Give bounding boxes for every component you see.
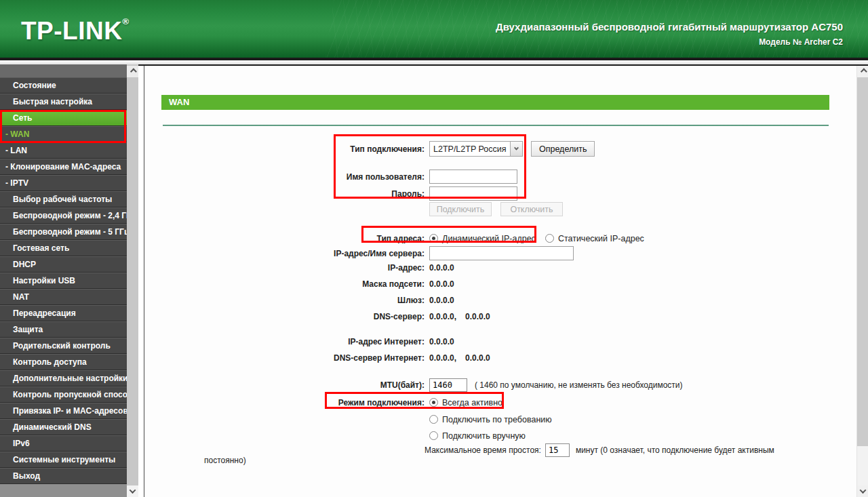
sidebar-item-logout[interactable]: Выход [0, 468, 127, 484]
title-divider [163, 125, 829, 126]
connect-button[interactable]: Подключить [429, 202, 492, 216]
internet-ip-label: IP-адрес Интернет: [144, 337, 425, 346]
sidebar-item-wireless-24ghz[interactable]: Беспроводной режим - 2,4 ГГц [0, 207, 127, 224]
detect-button[interactable]: Определить [531, 141, 595, 157]
sidebar-item-mac-clone[interactable]: - Клонирование MAC-адреса [0, 159, 127, 175]
connection-type-row: Тип подключения: L2TP/L2TP Россия Опреде… [144, 141, 595, 157]
content-scroll-down-button[interactable] [857, 485, 868, 497]
content-top-border [138, 64, 868, 66]
dynamic-ip-label: Динамический IP-адрес [442, 234, 536, 243]
sidebar-item-wan[interactable]: - WAN [0, 126, 127, 142]
sidebar-content-gap [138, 64, 144, 497]
mtu-note: ( 1460 по умолчанию, не изменять без нео… [475, 380, 683, 390]
dynamic-ip-radio[interactable] [429, 234, 438, 243]
sidebar-item-forwarding[interactable]: Переадресация [0, 305, 127, 321]
manual-label: Подключить вручную [442, 431, 526, 441]
sidebar-item-guest-network[interactable]: Гостевая сеть [0, 240, 127, 256]
header-titles: Двухдиапазонный беспроводной гигабитный … [496, 21, 843, 47]
sidebar-item-parental-control[interactable]: Родительский контроль [0, 338, 127, 354]
connect-buttons-row: Подключить Отключить [144, 201, 563, 217]
sidebar-item-wireless-5ghz[interactable]: Беспроводной режим - 5 ГГц [0, 224, 127, 240]
dns-server-value2: 0.0.0.0 [465, 312, 490, 321]
mode-label: Режим подключения: [144, 398, 425, 407]
sidebar-scroll-down-button[interactable] [127, 485, 138, 497]
server-label: IP-адрес/Имя сервера: [144, 249, 425, 258]
password-row: Пароль: [144, 186, 517, 201]
connection-type-label: Тип подключения: [144, 144, 425, 154]
disconnect-button[interactable]: Отключить [500, 202, 563, 216]
sidebar-item-lan[interactable]: - LAN [0, 142, 127, 159]
mtu-row: MTU(байт): ( 1460 по умолчанию, не измен… [144, 377, 683, 393]
sidebar-item-access-control[interactable]: Контроль доступа [0, 354, 127, 370]
page-title: WAN [161, 95, 829, 110]
sidebar-scrollbar[interactable] [127, 64, 138, 497]
sidebar-scroll-up-button[interactable] [127, 66, 138, 77]
subnet-mask-row: Маска подсети: 0.0.0.0 [144, 276, 454, 292]
select-dropdown-arrow[interactable] [510, 142, 522, 156]
gateway-value: 0.0.0.0 [429, 296, 454, 305]
connection-type-value: L2TP/L2TP Россия [430, 144, 510, 154]
sidebar-item-usb-settings[interactable]: Настройки USB [0, 273, 127, 289]
internet-dns-row: DNS-сервер Интернет: 0.0.0.0, 0.0.0.0 [144, 350, 490, 365]
on-demand-label: Подключить по требованию [442, 415, 552, 424]
password-label: Пароль: [144, 189, 425, 199]
body: Состояние Быстрая настройка Сеть - WAN -… [0, 64, 868, 497]
internet-ip-value: 0.0.0.0 [429, 337, 454, 346]
username-row: Имя пользователя: [144, 169, 517, 184]
static-ip-radio[interactable] [545, 234, 554, 243]
router-model: Модель № Archer C2 [496, 37, 843, 47]
dns-server-row: DNS-сервер: 0.0.0.0, 0.0.0.0 [144, 309, 490, 324]
ip-address-value: 0.0.0.0 [429, 263, 454, 273]
dns-server-value1: 0.0.0.0, [429, 312, 456, 321]
subnet-mask-value: 0.0.0.0 [429, 279, 454, 289]
on-demand-radio[interactable] [429, 415, 438, 424]
gateway-label: Шлюз: [144, 296, 425, 305]
address-type-row: Тип адреса: Динамический IP-адрес Статич… [144, 231, 644, 246]
idle-time-input[interactable] [545, 443, 570, 457]
manual-radio[interactable] [429, 431, 438, 440]
ip-address-row: IP-адрес: 0.0.0.0 [144, 260, 454, 275]
tplink-logo: TP-LINK® [21, 16, 130, 45]
registered-mark: ® [122, 16, 129, 26]
sidebar-top-spacer [0, 64, 127, 77]
ip-address-label: IP-адрес: [144, 263, 425, 273]
sidebar-item-ip-mac-binding[interactable]: Привязка IP- и MAC-адресов [0, 403, 127, 419]
sidebar-item-advanced-settings[interactable]: Дополнительные настройки [0, 370, 127, 386]
username-input[interactable] [429, 170, 517, 184]
idle-time-row: Максимальное время простоя: минут (0 озн… [425, 442, 774, 458]
main-content: WAN Тип подключения: L2TP/L2TP Россия Оп… [144, 64, 856, 497]
connection-type-select[interactable]: L2TP/L2TP Россия [429, 141, 523, 157]
sidebar-item-dynamic-dns[interactable]: Динамический DNS [0, 419, 127, 435]
router-title: Двухдиапазонный беспроводной гигабитный … [496, 21, 843, 33]
sidebar-item-quick-setup[interactable]: Быстрая настройка [0, 94, 127, 110]
content-scrollbar-thumb[interactable] [857, 77, 868, 446]
mtu-input[interactable] [429, 378, 467, 392]
password-input[interactable] [429, 186, 517, 201]
internet-dns-label: DNS-сервер Интернет: [144, 353, 425, 363]
content-scrollbar[interactable] [856, 64, 868, 497]
sidebar-item-bandwidth-control[interactable]: Контроль пропускной способности [0, 386, 127, 403]
sidebar-item-system-tools[interactable]: Системные инструменты [0, 452, 127, 468]
sidebar-item-status[interactable]: Состояние [0, 77, 127, 94]
sidebar-item-nat[interactable]: NAT [0, 289, 127, 305]
sidebar-item-security[interactable]: Защита [0, 321, 127, 338]
server-row: IP-адрес/Имя сервера: [144, 245, 574, 261]
sidebar-item-network[interactable]: Сеть [0, 110, 127, 126]
sidebar-item-ipv6[interactable]: IPv6 [0, 435, 127, 452]
address-type-label: Тип адреса: [144, 234, 425, 243]
sidebar-menu: Состояние Быстрая настройка Сеть - WAN -… [0, 64, 127, 497]
sidebar-item-dhcp[interactable]: DHCP [0, 256, 127, 273]
mode-row: Режим подключения: Всегда активно [144, 395, 502, 410]
internet-ip-row: IP-адрес Интернет: 0.0.0.0 [144, 334, 454, 349]
header: TP-LINK® Двухдиапазонный беспроводной ги… [0, 0, 868, 58]
internet-dns-value2: 0.0.0.0 [465, 353, 490, 363]
always-active-radio[interactable] [429, 398, 438, 407]
sidebar-item-iptv[interactable]: - IPTV [0, 175, 127, 191]
on-demand-row: Подключить по требованию [144, 412, 552, 427]
manual-row: Подключить вручную [144, 428, 526, 443]
content-scroll-up-button[interactable] [857, 66, 868, 77]
sidebar-item-band-select[interactable]: Выбор рабочей частоты [0, 191, 127, 207]
server-input[interactable] [429, 246, 574, 260]
subnet-mask-label: Маска подсети: [144, 279, 425, 289]
static-ip-label: Статический IP-адрес [558, 234, 644, 243]
